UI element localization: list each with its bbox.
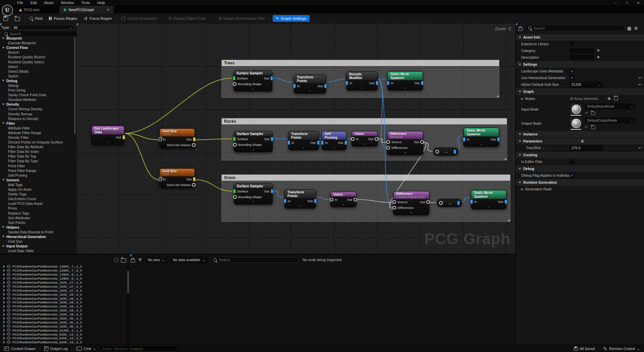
tab-close-icon[interactable]: ✕ xyxy=(107,8,110,12)
find-button[interactable]: Find xyxy=(26,13,46,23)
gear-icon[interactable]: ⚙ xyxy=(634,26,638,31)
ring-pin[interactable] xyxy=(439,201,443,205)
actor-row[interactable]: PCGRuntimeGenPartitionActor_51200_-2_-1_… xyxy=(0,328,126,332)
palette-item-point-filter[interactable]: Point Filter xyxy=(0,164,74,168)
attributes-search-input[interactable]: Search xyxy=(210,257,299,263)
collapse-arrow-icon[interactable] xyxy=(2,226,5,228)
blue-pin[interactable] xyxy=(271,137,273,141)
blue-pin[interactable] xyxy=(284,199,286,203)
ring-pin[interactable] xyxy=(420,140,424,144)
asset-dropdown[interactable]: DefaultOutputNode⌄ xyxy=(585,118,635,123)
actor-row[interactable]: PCGRuntimeGenPartitionActor_6400_-15_-2_… xyxy=(0,340,126,344)
tab-newpcggraph[interactable]: NewPCGGraph ✕ xyxy=(59,6,114,13)
palette-item-grid-size[interactable]: Grid Size xyxy=(0,239,74,244)
expander-icon[interactable] xyxy=(3,285,5,288)
expander-icon[interactable] xyxy=(3,265,5,268)
ring-pin[interactable] xyxy=(351,137,355,141)
actor-row[interactable]: PCGRuntimeGenPartitionActor_3200_-29_-5_… xyxy=(0,312,126,316)
group-resize-handle[interactable]: ◢ xyxy=(496,95,499,98)
node-transform-points-trees[interactable]: Transform PointsInOut⌄ xyxy=(294,74,326,94)
ring-pin[interactable] xyxy=(192,183,196,187)
palette-item-filter-data-by-type[interactable]: Filter Data By Type xyxy=(0,159,74,163)
dropdown[interactable]: 51200⌄ xyxy=(570,82,603,87)
palette-item-select[interactable]: Select xyxy=(0,64,74,69)
expander-icon[interactable] xyxy=(3,333,5,336)
node-bounds-modifier-trees[interactable]: Bounds ModifierInOut⌄ xyxy=(346,71,378,91)
collapse-arrow-icon[interactable] xyxy=(2,80,5,81)
blue-pin[interactable] xyxy=(457,201,460,205)
node-grid-size-12800[interactable]: Grid Size12800InOutGrid Cell Volume xyxy=(159,128,195,148)
olive-pin[interactable] xyxy=(122,135,125,139)
actor-row[interactable]: PCGRuntimeGenPartitionActor_3200_-27_-3_… xyxy=(0,281,126,285)
section-cooking[interactable]: Cooking xyxy=(516,151,644,158)
checkbox[interactable]: ✓ xyxy=(570,69,574,73)
blue-pin[interactable] xyxy=(271,189,273,193)
menu-file[interactable]: File xyxy=(13,1,27,5)
green-pin[interactable] xyxy=(233,189,236,193)
minimize-button[interactable]: – xyxy=(610,1,621,5)
olive-pin[interactable] xyxy=(193,177,196,181)
palette-item-runtime-quality-branch[interactable]: Runtime Quality Branch xyxy=(0,55,74,59)
section-graph[interactable]: Graph xyxy=(516,88,644,95)
expander-icon[interactable] xyxy=(3,337,5,340)
details-search-input[interactable]: Search xyxy=(525,25,625,31)
node-collapse-chevron[interactable]: ⌄ xyxy=(322,145,346,150)
node-collapse-chevron[interactable]: ⌄ xyxy=(393,211,429,215)
chevron-down-icon[interactable]: ⌄ xyxy=(542,146,545,150)
param-value-field[interactable]: 270.0 xyxy=(570,145,603,151)
palette-item-execute-blueprint[interactable]: Execute Blueprint xyxy=(0,41,74,45)
node-transform-points-grass[interactable]: Transform PointsInOut⌄ xyxy=(284,189,316,209)
data-dropdown[interactable]: No data available⌄ xyxy=(170,257,208,263)
palette-item-self-pruning[interactable]: Self Pruning xyxy=(0,173,74,178)
palette-item-density-filter[interactable]: Density Filter xyxy=(0,135,74,140)
actor-row[interactable]: PCGRuntimeGenPartitionActor_3200_-27_-5_… xyxy=(0,288,126,292)
expander-icon[interactable] xyxy=(3,273,5,276)
node-difference-rocks[interactable]: DifferenceMinimumSourceOutDifferences⌄ xyxy=(387,131,423,155)
palette-item-attribute-filter-range[interactable]: Attribute Filter Range xyxy=(0,130,74,135)
node-collapse-chevron[interactable]: ⌄ xyxy=(388,86,423,90)
palette-category-filter[interactable]: Filter xyxy=(0,121,74,126)
actor-row[interactable]: PCGRuntimeGenPartitionActor_6400_-14_-3_… xyxy=(0,336,126,340)
expander-icon[interactable] xyxy=(3,329,5,332)
palette-item-get-entries-count[interactable]: Get Entries Count xyxy=(0,196,74,201)
blue-pin[interactable] xyxy=(324,84,327,88)
actor-row[interactable]: PCGRuntimeGenPartitionActor_6400_-14_-2_… xyxy=(0,332,126,336)
node-union-grass[interactable]: UnionInOut⌄ xyxy=(330,192,357,207)
collapse-arrow-icon[interactable] xyxy=(2,245,5,247)
group-resize-handle[interactable]: ◢ xyxy=(504,157,506,160)
section-asset-info[interactable]: Asset Info xyxy=(516,34,644,41)
blue-pin[interactable] xyxy=(463,137,466,141)
ring-pin[interactable] xyxy=(330,198,333,201)
palette-category-generic[interactable]: Generic xyxy=(0,178,74,182)
tab-pcg-test[interactable]: PCG-test xyxy=(15,6,43,13)
expander-icon[interactable] xyxy=(3,321,5,324)
blue-pin[interactable] xyxy=(270,76,273,80)
blue-pin[interactable] xyxy=(321,140,324,145)
palette-item-spatial-data-bounds-to-point[interactable]: Spatial Data Bounds to Point xyxy=(0,230,74,234)
browse-icon[interactable] xyxy=(121,258,126,262)
palette-item-branch[interactable]: Branch xyxy=(0,50,74,55)
ring-pin[interactable] xyxy=(375,137,378,141)
ring-pin[interactable] xyxy=(392,200,396,204)
palette-item-switch[interactable]: Switch xyxy=(0,74,74,78)
blue-pin[interactable] xyxy=(470,199,473,204)
blue-pin[interactable] xyxy=(345,81,348,85)
expander-icon[interactable] xyxy=(3,313,5,316)
node-static-mesh-spawner-rocks[interactable]: Static Mesh SpawnerInOut⌄ xyxy=(464,128,499,147)
flag-icon[interactable]: ⚑ xyxy=(597,49,600,53)
actor-row[interactable]: PCGRuntimeGenPartitionActor_3200_-28_-3_… xyxy=(0,292,126,296)
pause-regen-button[interactable]: Pause Regen xyxy=(46,13,80,23)
node-collapse-chevron[interactable]: ⌄ xyxy=(234,87,272,91)
palette-item-add-tags[interactable]: Add Tags xyxy=(0,182,74,187)
reset-icon[interactable]: ↩ xyxy=(638,75,642,80)
menu-tools[interactable]: Tools xyxy=(77,1,94,5)
palette-item-debug[interactable]: Debug xyxy=(0,83,74,88)
expander-icon[interactable] xyxy=(3,277,5,280)
palette-item-filter-data-by-attribute[interactable]: Filter Data By Attribute xyxy=(0,144,74,149)
palette-item-filter-data-by-index[interactable]: Filter Data By Index xyxy=(0,149,74,154)
blue-pin[interactable] xyxy=(287,140,290,145)
green-pin[interactable] xyxy=(233,137,236,141)
actor-row[interactable]: PCGRuntimeGenPartitionActor_3200_-28_-5_… xyxy=(0,300,126,304)
use-selected-icon[interactable]: ↩ xyxy=(585,125,588,129)
unreal-logo-icon[interactable]: U xyxy=(2,5,13,16)
